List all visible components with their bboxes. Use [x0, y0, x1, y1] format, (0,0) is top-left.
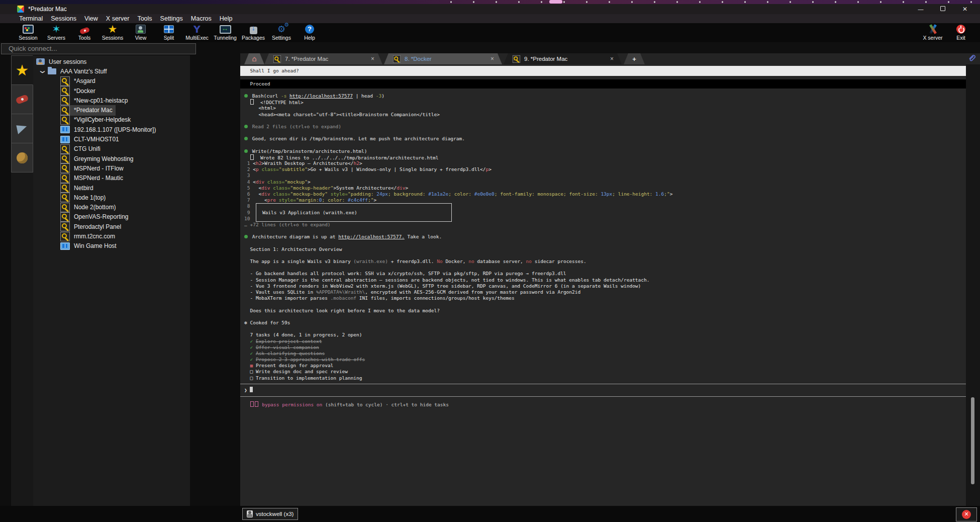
- toolbar-button-tunneling[interactable]: Tunneling: [211, 23, 239, 42]
- attachment-paperclip-icon[interactable]: [968, 54, 977, 62]
- toolbar-button-help[interactable]: Help: [296, 23, 324, 42]
- toolbar-button-multiexec[interactable]: MultiExec: [183, 23, 211, 42]
- terminal-line: 6 <div class="mockup-body" style="paddin…: [240, 191, 966, 197]
- maximize-button[interactable]: [932, 4, 954, 14]
- menu-item-terminal[interactable]: Terminal: [15, 15, 47, 22]
- prompt-input[interactable]: ❯: [240, 384, 966, 397]
- key-icon: [60, 222, 70, 231]
- tree-item-content: CLT-VMHOST01: [60, 135, 122, 144]
- minimize-button[interactable]: —: [910, 4, 932, 14]
- close-button[interactable]: ✕: [954, 4, 976, 14]
- scrollbar-thumb[interactable]: [971, 397, 974, 484]
- quick-connect-input[interactable]: Quick connect...: [1, 43, 196, 54]
- terminal-line: - Session Manager is the central abstrac…: [240, 277, 966, 283]
- toolbar-label-help: Help: [304, 35, 315, 41]
- new-tab-button[interactable]: +: [624, 53, 645, 64]
- mobaxterm-window: *Predator Mac — ✕ TerminalSessionsViewX …: [0, 0, 980, 522]
- chevron-down-icon[interactable]: ❯: [38, 68, 48, 75]
- toolbar-label-tools: Tools: [78, 35, 91, 41]
- toolbar-button-x-server[interactable]: X server: [919, 23, 947, 42]
- tree-item-content: Win Game Host: [60, 242, 120, 250]
- tree-item-openvas-reporting[interactable]: OpenVAS-Reporting: [33, 212, 190, 222]
- tab-close-icon[interactable]: ×: [371, 55, 374, 62]
- toolbar-label-packages: Packages: [242, 35, 265, 41]
- toolbar-button-tools[interactable]: Tools: [70, 23, 99, 42]
- rail-tab-star[interactable]: [11, 55, 33, 85]
- tools-icon: [80, 23, 89, 35]
- exit-icon: [956, 25, 965, 34]
- tree-item-rmm-t2cnc-com[interactable]: rmm.t2cnc.com: [33, 231, 190, 241]
- rail-tab-globe[interactable]: [11, 143, 33, 172]
- tree-item-label: OpenVAS-Reporting: [74, 213, 129, 220]
- tab-9-predator-mac[interactable]: 9. *Predator Mac×: [504, 53, 622, 64]
- terminal-line: Section 1: Architecture Overview: [240, 246, 966, 252]
- tab-8-docker[interactable]: 8. *Docker×: [384, 53, 502, 64]
- tree-item-aaa-vantz-s-stuff[interactable]: ❯AAA Vantz's Stuff: [33, 66, 190, 76]
- menu-item-tools[interactable]: Tools: [133, 15, 156, 22]
- toolbar-button-settings[interactable]: Settings: [267, 23, 296, 42]
- toolbar-label-sessions: Sessions: [102, 35, 124, 41]
- terminal-line: 4 <div class="mockup">: [240, 179, 966, 185]
- terminal-output[interactable]: Shall I go ahead? Proceed Bash(curl -s h…: [240, 64, 966, 506]
- tree-item-user-sessions[interactable]: User sessions: [33, 57, 190, 66]
- tree-item-ctg-unifi[interactable]: CTG Unifi: [33, 144, 190, 154]
- tab-close-icon[interactable]: ×: [491, 55, 494, 62]
- tree-item-greyming-webhosting[interactable]: Greyming Webhosting: [33, 154, 190, 163]
- toolbar-button-exit[interactable]: Exit: [947, 23, 975, 42]
- tree-item-pterodactyl-panel[interactable]: Pterodactyl Panel: [33, 222, 190, 231]
- toolbar-label-split: Split: [164, 35, 174, 41]
- terminal-line: <html>: [240, 105, 966, 111]
- tree-item-clt-vmhost01[interactable]: CLT-VMHOST01: [33, 134, 190, 144]
- assistant-question-band: Shall I go ahead?: [240, 66, 966, 76]
- tree-item-new-cp01-heistacp[interactable]: *New-cp01-heistacp: [33, 96, 190, 105]
- tree-item-asgard[interactable]: *Asgard: [33, 76, 190, 86]
- tree-item-label: Greyming Webhosting: [74, 155, 134, 162]
- toolbar-button-servers[interactable]: Servers: [42, 23, 70, 42]
- tree-item-192-168-1-107-ups-monitor[interactable]: 192.168.1.107 ([UPS-Monitor]): [33, 125, 190, 134]
- toolbar-button-packages[interactable]: Packages: [239, 23, 267, 42]
- exit-button-container[interactable]: ✕: [956, 507, 977, 521]
- menu-item-view[interactable]: View: [80, 15, 102, 22]
- key-icon: [513, 55, 520, 62]
- tree-item-node-1-top[interactable]: Node 1(top): [33, 193, 190, 202]
- toolbar-label-view: View: [135, 35, 147, 41]
- tree-item-docker[interactable]: *Docker: [33, 86, 190, 96]
- rail-tab-plane[interactable]: [11, 114, 33, 143]
- terminal-line: ✓ Ask clarifying questions: [240, 351, 966, 357]
- title-bar[interactable]: *Predator Mac — ✕: [0, 4, 980, 14]
- terminal-scrollbar[interactable]: [966, 64, 980, 506]
- rdp-icon: [60, 242, 70, 250]
- tree-item-vigilcyber-helpdesk[interactable]: *VigilCyber-Helpdesk: [33, 115, 190, 125]
- knife-icon: [16, 94, 29, 104]
- taskbar-highlight: [549, 0, 562, 4]
- tree-item-mspnerd-mautic[interactable]: MSPNerd - Mautic: [33, 173, 190, 183]
- menu-item-settings[interactable]: Settings: [156, 15, 187, 22]
- toolbar-right-group: X serverExit: [919, 23, 975, 42]
- terminal-line: - Vault uses SQLite in %APPDATA%\Wraith\…: [240, 289, 966, 295]
- toolbar-button-split[interactable]: Split: [155, 23, 183, 42]
- tree-item-win-game-host[interactable]: Win Game Host: [33, 241, 190, 251]
- menu-item-macros[interactable]: Macros: [187, 15, 216, 22]
- toolbar-button-session[interactable]: Session: [14, 23, 42, 42]
- home-icon: [252, 54, 256, 63]
- tree-item-predator-mac[interactable]: *Predator Mac: [33, 105, 190, 115]
- tree-item-mspnerd-itflow[interactable]: MSPNerd - ITFlow: [33, 163, 190, 173]
- exit-x-icon[interactable]: ✕: [962, 510, 971, 519]
- tree-item-label: Node 2(bottom): [74, 204, 116, 211]
- menu-item-sessions[interactable]: Sessions: [47, 15, 80, 22]
- tree-item-node-2-bottom[interactable]: Node 2(bottom): [33, 202, 190, 212]
- toolbar-button-sessions[interactable]: Sessions: [99, 23, 127, 42]
- tab-close-icon[interactable]: ×: [610, 55, 614, 62]
- tab-7-predator-mac[interactable]: 7. *Predator Mac×: [264, 53, 382, 64]
- toolbar-button-view[interactable]: View: [127, 23, 155, 42]
- key-icon: [60, 173, 70, 183]
- menu-item-x-server[interactable]: X server: [102, 15, 134, 22]
- plane-icon: [16, 123, 28, 134]
- tree-item-netbird[interactable]: Netbird: [33, 183, 190, 193]
- toolbar-label-session: Session: [19, 35, 37, 41]
- menu-item-help[interactable]: Help: [216, 15, 237, 22]
- rail-tab-knife[interactable]: [11, 85, 33, 114]
- key-icon: [60, 154, 70, 163]
- user-session-button[interactable]: vstockwell (x3): [242, 508, 298, 520]
- tab-home[interactable]: [244, 53, 264, 64]
